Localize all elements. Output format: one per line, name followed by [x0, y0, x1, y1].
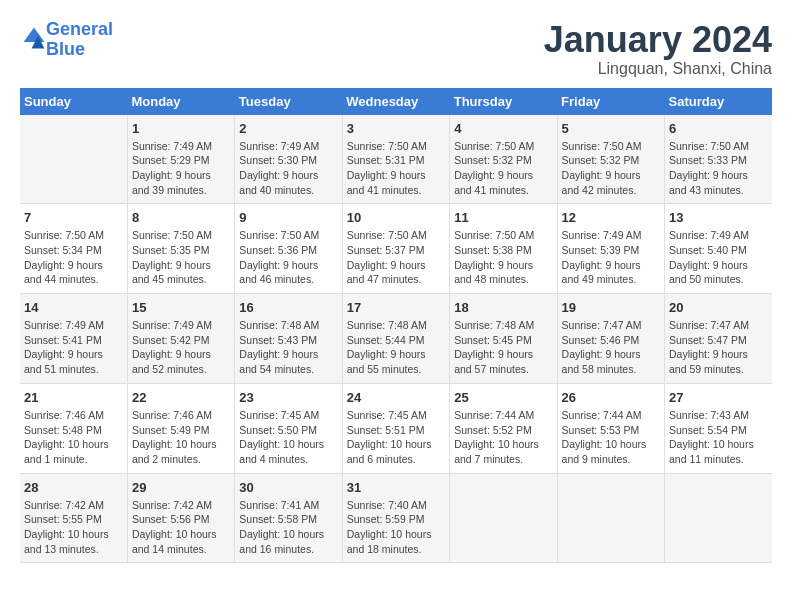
- col-header-wednesday: Wednesday: [342, 88, 449, 115]
- day-cell-20: 20Sunrise: 7:47 AMSunset: 5:47 PMDayligh…: [665, 294, 772, 384]
- day-info: Sunrise: 7:49 AMSunset: 5:39 PMDaylight:…: [562, 228, 660, 287]
- empty-cell: [665, 473, 772, 563]
- day-cell-4: 4Sunrise: 7:50 AMSunset: 5:32 PMDaylight…: [450, 115, 557, 204]
- day-number: 11: [454, 210, 552, 225]
- day-info: Sunrise: 7:49 AMSunset: 5:42 PMDaylight:…: [132, 318, 230, 377]
- day-cell-21: 21Sunrise: 7:46 AMSunset: 5:48 PMDayligh…: [20, 383, 127, 473]
- empty-cell: [557, 473, 664, 563]
- day-cell-19: 19Sunrise: 7:47 AMSunset: 5:46 PMDayligh…: [557, 294, 664, 384]
- week-row-2: 7Sunrise: 7:50 AMSunset: 5:34 PMDaylight…: [20, 204, 772, 294]
- day-number: 14: [24, 300, 123, 315]
- day-number: 16: [239, 300, 337, 315]
- day-info: Sunrise: 7:50 AMSunset: 5:38 PMDaylight:…: [454, 228, 552, 287]
- day-cell-10: 10Sunrise: 7:50 AMSunset: 5:37 PMDayligh…: [342, 204, 449, 294]
- day-number: 3: [347, 121, 445, 136]
- day-info: Sunrise: 7:44 AMSunset: 5:53 PMDaylight:…: [562, 408, 660, 467]
- day-cell-6: 6Sunrise: 7:50 AMSunset: 5:33 PMDaylight…: [665, 115, 772, 204]
- day-number: 7: [24, 210, 123, 225]
- day-number: 30: [239, 480, 337, 495]
- day-info: Sunrise: 7:42 AMSunset: 5:55 PMDaylight:…: [24, 498, 123, 557]
- day-info: Sunrise: 7:46 AMSunset: 5:49 PMDaylight:…: [132, 408, 230, 467]
- day-cell-30: 30Sunrise: 7:41 AMSunset: 5:58 PMDayligh…: [235, 473, 342, 563]
- day-info: Sunrise: 7:50 AMSunset: 5:35 PMDaylight:…: [132, 228, 230, 287]
- day-cell-31: 31Sunrise: 7:40 AMSunset: 5:59 PMDayligh…: [342, 473, 449, 563]
- day-number: 20: [669, 300, 768, 315]
- logo-icon: [22, 26, 46, 50]
- day-info: Sunrise: 7:50 AMSunset: 5:32 PMDaylight:…: [562, 139, 660, 198]
- day-number: 9: [239, 210, 337, 225]
- day-number: 24: [347, 390, 445, 405]
- col-header-monday: Monday: [127, 88, 234, 115]
- day-cell-14: 14Sunrise: 7:49 AMSunset: 5:41 PMDayligh…: [20, 294, 127, 384]
- day-number: 4: [454, 121, 552, 136]
- day-number: 13: [669, 210, 768, 225]
- day-number: 25: [454, 390, 552, 405]
- day-number: 27: [669, 390, 768, 405]
- week-row-4: 21Sunrise: 7:46 AMSunset: 5:48 PMDayligh…: [20, 383, 772, 473]
- day-cell-28: 28Sunrise: 7:42 AMSunset: 5:55 PMDayligh…: [20, 473, 127, 563]
- day-number: 31: [347, 480, 445, 495]
- day-info: Sunrise: 7:48 AMSunset: 5:45 PMDaylight:…: [454, 318, 552, 377]
- empty-cell: [450, 473, 557, 563]
- day-cell-3: 3Sunrise: 7:50 AMSunset: 5:31 PMDaylight…: [342, 115, 449, 204]
- week-row-3: 14Sunrise: 7:49 AMSunset: 5:41 PMDayligh…: [20, 294, 772, 384]
- day-info: Sunrise: 7:50 AMSunset: 5:37 PMDaylight:…: [347, 228, 445, 287]
- day-number: 1: [132, 121, 230, 136]
- day-cell-2: 2Sunrise: 7:49 AMSunset: 5:30 PMDaylight…: [235, 115, 342, 204]
- day-info: Sunrise: 7:50 AMSunset: 5:32 PMDaylight:…: [454, 139, 552, 198]
- day-cell-11: 11Sunrise: 7:50 AMSunset: 5:38 PMDayligh…: [450, 204, 557, 294]
- day-info: Sunrise: 7:45 AMSunset: 5:51 PMDaylight:…: [347, 408, 445, 467]
- logo: General Blue: [20, 20, 113, 60]
- day-cell-16: 16Sunrise: 7:48 AMSunset: 5:43 PMDayligh…: [235, 294, 342, 384]
- day-cell-15: 15Sunrise: 7:49 AMSunset: 5:42 PMDayligh…: [127, 294, 234, 384]
- day-info: Sunrise: 7:49 AMSunset: 5:41 PMDaylight:…: [24, 318, 123, 377]
- day-info: Sunrise: 7:40 AMSunset: 5:59 PMDaylight:…: [347, 498, 445, 557]
- day-number: 17: [347, 300, 445, 315]
- day-number: 15: [132, 300, 230, 315]
- day-cell-8: 8Sunrise: 7:50 AMSunset: 5:35 PMDaylight…: [127, 204, 234, 294]
- day-info: Sunrise: 7:49 AMSunset: 5:29 PMDaylight:…: [132, 139, 230, 198]
- col-header-sunday: Sunday: [20, 88, 127, 115]
- calendar-table: SundayMondayTuesdayWednesdayThursdayFrid…: [20, 88, 772, 564]
- day-number: 5: [562, 121, 660, 136]
- day-info: Sunrise: 7:42 AMSunset: 5:56 PMDaylight:…: [132, 498, 230, 557]
- day-number: 12: [562, 210, 660, 225]
- day-info: Sunrise: 7:49 AMSunset: 5:30 PMDaylight:…: [239, 139, 337, 198]
- day-info: Sunrise: 7:50 AMSunset: 5:34 PMDaylight:…: [24, 228, 123, 287]
- month-title: January 2024: [544, 20, 772, 60]
- col-header-tuesday: Tuesday: [235, 88, 342, 115]
- day-info: Sunrise: 7:50 AMSunset: 5:33 PMDaylight:…: [669, 139, 768, 198]
- week-row-5: 28Sunrise: 7:42 AMSunset: 5:55 PMDayligh…: [20, 473, 772, 563]
- day-cell-1: 1Sunrise: 7:49 AMSunset: 5:29 PMDaylight…: [127, 115, 234, 204]
- col-header-friday: Friday: [557, 88, 664, 115]
- day-number: 19: [562, 300, 660, 315]
- day-cell-25: 25Sunrise: 7:44 AMSunset: 5:52 PMDayligh…: [450, 383, 557, 473]
- day-info: Sunrise: 7:47 AMSunset: 5:47 PMDaylight:…: [669, 318, 768, 377]
- day-cell-22: 22Sunrise: 7:46 AMSunset: 5:49 PMDayligh…: [127, 383, 234, 473]
- day-info: Sunrise: 7:44 AMSunset: 5:52 PMDaylight:…: [454, 408, 552, 467]
- day-info: Sunrise: 7:49 AMSunset: 5:40 PMDaylight:…: [669, 228, 768, 287]
- day-info: Sunrise: 7:47 AMSunset: 5:46 PMDaylight:…: [562, 318, 660, 377]
- day-cell-9: 9Sunrise: 7:50 AMSunset: 5:36 PMDaylight…: [235, 204, 342, 294]
- logo-line2: Blue: [46, 39, 85, 59]
- logo-line1: General: [46, 19, 113, 39]
- day-number: 8: [132, 210, 230, 225]
- svg-marker-0: [24, 27, 45, 41]
- day-number: 10: [347, 210, 445, 225]
- day-number: 23: [239, 390, 337, 405]
- day-info: Sunrise: 7:46 AMSunset: 5:48 PMDaylight:…: [24, 408, 123, 467]
- day-cell-27: 27Sunrise: 7:43 AMSunset: 5:54 PMDayligh…: [665, 383, 772, 473]
- day-number: 21: [24, 390, 123, 405]
- day-cell-26: 26Sunrise: 7:44 AMSunset: 5:53 PMDayligh…: [557, 383, 664, 473]
- day-number: 26: [562, 390, 660, 405]
- day-number: 6: [669, 121, 768, 136]
- day-info: Sunrise: 7:50 AMSunset: 5:36 PMDaylight:…: [239, 228, 337, 287]
- day-info: Sunrise: 7:48 AMSunset: 5:44 PMDaylight:…: [347, 318, 445, 377]
- day-cell-12: 12Sunrise: 7:49 AMSunset: 5:39 PMDayligh…: [557, 204, 664, 294]
- day-cell-13: 13Sunrise: 7:49 AMSunset: 5:40 PMDayligh…: [665, 204, 772, 294]
- day-info: Sunrise: 7:41 AMSunset: 5:58 PMDaylight:…: [239, 498, 337, 557]
- day-info: Sunrise: 7:45 AMSunset: 5:50 PMDaylight:…: [239, 408, 337, 467]
- header-row: SundayMondayTuesdayWednesdayThursdayFrid…: [20, 88, 772, 115]
- page-header: General Blue January 2024 Lingquan, Shan…: [20, 20, 772, 78]
- day-cell-17: 17Sunrise: 7:48 AMSunset: 5:44 PMDayligh…: [342, 294, 449, 384]
